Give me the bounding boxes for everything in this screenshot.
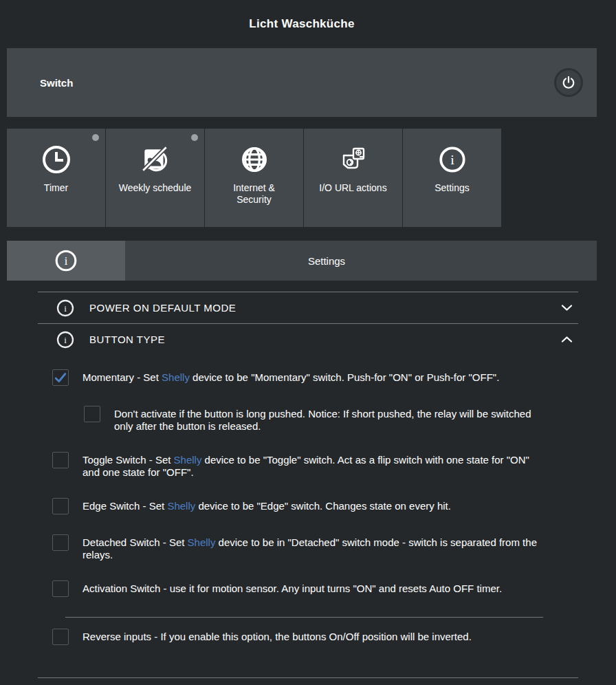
- button-type-option[interactable]: Reverse inputs - If you enable this opti…: [52, 629, 578, 645]
- option-text-segment: Momentary - Set: [82, 371, 162, 383]
- section-button-type[interactable]: i BUTTON TYPE: [38, 324, 578, 355]
- svg-text:i: i: [64, 303, 67, 314]
- button-type-option[interactable]: Don't activate if the button is long pus…: [84, 406, 578, 432]
- button-type-option[interactable]: Toggle Switch - Set Shelly device to be …: [52, 452, 578, 478]
- checkbox-unchecked[interactable]: [52, 534, 69, 551]
- option-text-segment: Don't activate if the button is long pus…: [114, 408, 531, 432]
- option-text-segment: Edge Switch - Set: [82, 500, 167, 512]
- option-text-segment: Detached Switch - Set: [82, 536, 188, 548]
- shelly-link[interactable]: Shelly: [167, 500, 195, 512]
- shelly-link[interactable]: Shelly: [162, 371, 190, 383]
- svg-text:i: i: [450, 152, 454, 167]
- button-type-option[interactable]: Edge Switch - Set Shelly device to be "E…: [52, 498, 578, 514]
- tab-internet-security[interactable]: Internet & Security: [205, 129, 303, 227]
- page-header: Licht Waschküche: [7, 0, 597, 48]
- schedule-disabled-icon: [140, 143, 171, 176]
- tab-io-url-actions[interactable]: I/O URL actions: [304, 129, 402, 227]
- option-text: Reverse inputs - If you enable this opti…: [82, 629, 547, 645]
- chevron-up-icon: [561, 336, 573, 343]
- switch-label: Switch: [40, 77, 73, 89]
- divider: [65, 617, 543, 618]
- tab-label: Internet & Security: [216, 182, 293, 206]
- option-text-segment: Reverse inputs - If you enable this opti…: [82, 631, 472, 642]
- section-title: BUTTON TYPE: [89, 334, 165, 345]
- url-actions-icon: [337, 143, 370, 176]
- option-text: Edge Switch - Set Shelly device to be "E…: [82, 498, 547, 514]
- tab-label: I/O URL actions: [319, 182, 386, 194]
- settings-accordion: i POWER ON DEFAULT MODE i BUTTON TYPE: [38, 292, 578, 685]
- notification-dot: [92, 134, 99, 141]
- shelly-link[interactable]: Shelly: [174, 454, 202, 466]
- button-type-option[interactable]: Detached Switch - Set Shelly device to b…: [52, 534, 578, 561]
- option-text: Momentary - Set Shelly device to be "Mom…: [82, 369, 547, 386]
- device-page: Licht Waschküche Switch Timer: [7, 0, 597, 685]
- checkbox-unchecked[interactable]: [52, 580, 69, 597]
- option-text: Detached Switch - Set Shelly device to b…: [82, 534, 547, 561]
- svg-text:i: i: [64, 335, 67, 345]
- tab-row: Timer Weekly schedule: [7, 129, 597, 227]
- settings-tab-bar: i Settings: [7, 241, 597, 281]
- button-type-option[interactable]: Momentary - Set Shelly device to be "Mom…: [52, 369, 578, 386]
- option-text-segment: device to be "Momentary" switch. Push-fo…: [190, 371, 499, 383]
- button-type-options: Momentary - Set Shelly device to be "Mom…: [38, 355, 578, 677]
- chevron-down-icon: [561, 304, 573, 312]
- settings-bar-active-segment[interactable]: i: [7, 241, 125, 281]
- tab-timer[interactable]: Timer: [7, 129, 105, 227]
- tab-label: Settings: [434, 182, 470, 194]
- checkbox-unchecked[interactable]: [52, 629, 69, 645]
- section-power-on-default-mode[interactable]: i POWER ON DEFAULT MODE: [38, 292, 578, 323]
- info-circle-icon: i: [56, 331, 74, 349]
- power-button[interactable]: [554, 68, 583, 97]
- option-text: Toggle Switch - Set Shelly device to be …: [82, 452, 547, 478]
- info-circle-icon: i: [56, 299, 74, 317]
- option-text: Don't activate if the button is long pus…: [114, 406, 547, 432]
- checkbox-unchecked[interactable]: [52, 452, 69, 468]
- option-text-segment: device to be "Edge" switch. Changes stat…: [195, 500, 451, 512]
- option-text-segment: Activation Switch - use it for motion se…: [82, 583, 502, 594]
- checkbox-unchecked[interactable]: [52, 498, 69, 514]
- info-circle-icon: i: [437, 143, 468, 176]
- tab-label: Timer: [44, 182, 68, 194]
- power-icon: [561, 75, 576, 90]
- svg-text:i: i: [65, 254, 68, 268]
- globe-icon: [239, 143, 270, 176]
- tab-weekly-schedule[interactable]: Weekly schedule: [106, 129, 204, 227]
- shelly-link[interactable]: Shelly: [188, 536, 216, 548]
- button-type-option[interactable]: Activation Switch - use it for motion se…: [52, 580, 578, 597]
- section-appliance-type[interactable]: i APPLIANCE TYPE: [38, 678, 578, 685]
- info-circle-icon: i: [53, 248, 79, 274]
- option-text: Activation Switch - use it for motion se…: [82, 580, 547, 597]
- tab-settings[interactable]: i Settings: [403, 129, 501, 227]
- clock-icon: [41, 143, 72, 176]
- page-title: Licht Waschküche: [249, 17, 354, 31]
- section-title: POWER ON DEFAULT MODE: [89, 302, 236, 314]
- notification-dot: [191, 134, 198, 141]
- checkbox-checked[interactable]: [52, 369, 69, 386]
- settings-bar-title: Settings: [125, 241, 597, 281]
- switch-panel: Switch: [7, 48, 597, 117]
- checkbox-unchecked[interactable]: [84, 406, 100, 422]
- tab-label: Weekly schedule: [119, 182, 192, 194]
- option-text-segment: Toggle Switch - Set: [82, 454, 174, 466]
